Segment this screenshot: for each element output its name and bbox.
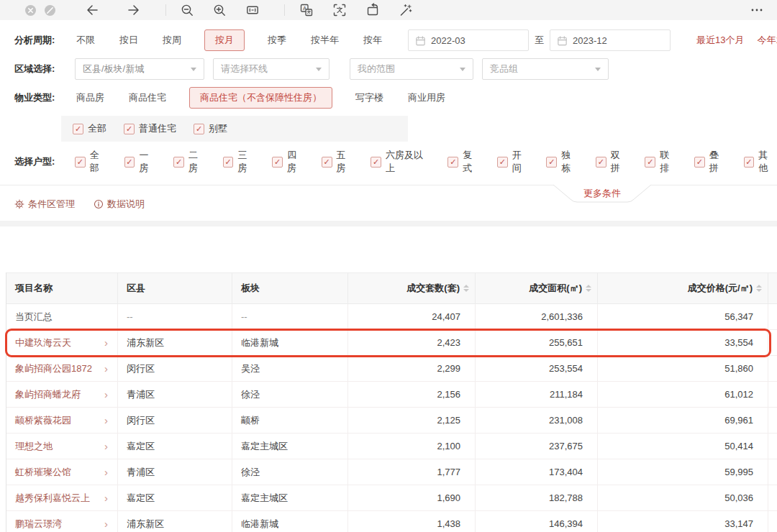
period-option[interactable]: 按周 [161,30,183,50]
zoom-out-icon[interactable] [181,4,194,17]
period-option[interactable]: 按半年 [309,30,340,50]
chevron-right-icon[interactable]: › [104,492,108,503]
chevron-right-icon[interactable]: › [104,415,108,426]
condition-manage-link[interactable]: 条件区管理 [14,198,75,211]
checkbox-label: 普通住宅 [139,122,176,135]
checkbox-item[interactable]: ✓叠拼 [694,149,728,175]
table-row[interactable]: 鹏瑞云璟湾›浦东新区临港新城1,438146,39433,147 [6,511,777,532]
price-cell: 56,347 [598,304,768,329]
results-table: 项目名称区县板块成交套数(套)成交面积(㎡)成交价格(元/㎡) 当页汇总----… [6,272,777,532]
project-name-link[interactable]: 颛桥紫薇花园 [15,414,71,427]
select-translate-icon[interactable] [332,3,347,17]
property-option-selected[interactable]: 商品住宅（不含保障性住房） [189,87,332,109]
district-value: 浦东新区 [127,336,164,349]
table-row[interactable]: 中建玖海云天›浦东新区临港新城2,423255,65133,554 [6,330,777,356]
property-option[interactable]: 商品房 [75,88,106,108]
checkbox-item[interactable]: ✓全部 [75,149,109,175]
sort-desc-icon [756,289,762,292]
checkbox-item[interactable]: ✓三房 [223,149,257,175]
dropdown-placeholder: 请选择环线 [221,63,268,75]
rotate-icon[interactable] [365,3,380,17]
period-option[interactable]: 按季 [266,30,288,50]
project-name-link[interactable]: 鹏瑞云璟湾 [15,518,62,531]
chevron-right-icon[interactable]: › [104,337,108,348]
region-dropdown[interactable]: 竞品组 [482,58,609,80]
checkbox-item[interactable]: ✓其他 [744,149,777,175]
table-row[interactable]: 当页汇总----24,4072,601,33656,347 [6,304,777,330]
checkbox-checked-icon: ✓ [694,157,705,168]
table-row[interactable]: 象屿招商公园1872›闵行区吴泾2,299253,55451,860 [6,356,777,382]
chevron-right-icon[interactable]: › [104,441,108,451]
checkbox-checked-icon: ✓ [497,157,508,168]
more-conditions-tab[interactable]: 更多条件 [553,185,652,203]
quick-link[interactable]: 最近13个月 [696,34,744,47]
checkbox-item[interactable]: ✓别墅 [194,122,227,135]
checkbox-item[interactable]: ✓一房 [124,149,158,175]
checkbox-item[interactable]: ✓开间 [497,149,531,175]
property-option[interactable]: 商业用房 [406,88,447,108]
table-row[interactable]: 象屿招商蟠龙府›青浦区徐泾2,156211,18461,012 [6,382,777,408]
checkbox-item[interactable]: ✓二房 [173,149,207,175]
chevron-right-icon[interactable]: › [104,389,108,400]
row-spacer [768,434,777,459]
property-option[interactable]: 写字楼 [354,88,385,108]
date-to-input[interactable]: 2023-12 [550,29,671,51]
checkbox-item[interactable]: ✓联排 [645,149,678,175]
chevron-right-icon[interactable]: › [104,518,108,529]
checkbox-item[interactable]: ✓复式 [447,149,481,175]
checkbox-item[interactable]: ✓普通住宅 [124,122,176,135]
area-cell: 吴泾 [232,356,348,381]
column-header-gfa[interactable]: 成交面积(㎡) [476,273,598,303]
project-name-cell: 象屿招商蟠龙府› [6,382,118,407]
project-name-link[interactable]: 象屿招商蟠龙府 [15,388,81,401]
project-name-link[interactable]: 理想之地 [15,440,53,453]
region-dropdown[interactable]: 请选择环线 [213,58,330,80]
project-name-link[interactable]: 越秀保利嘉悦云上 [15,492,90,505]
sort-icons[interactable] [463,285,469,292]
region-dropdown[interactable]: 区县/板块/新城 [75,58,204,80]
period-option[interactable]: 不限 [75,30,96,50]
data-note-link[interactable]: 数据说明 [94,198,145,211]
table-row[interactable]: 虹桥璀璨公馆›青浦区徐泾1,777173,40459,995 [6,459,777,485]
back-arrow-icon[interactable] [85,3,99,17]
region-dropdown[interactable]: 我的范围 [350,58,473,80]
column-header-price[interactable]: 成交价格(元/㎡) [598,273,768,303]
project-name-link[interactable]: 虹桥璀璨公馆 [15,466,71,479]
quick-link[interactable]: 今年1月~本月 [757,34,777,47]
toolbar-divider [284,4,285,16]
checkbox-label: 二房 [188,149,207,175]
property-option[interactable]: 商品住宅 [127,88,168,108]
chevron-right-icon[interactable]: › [104,363,108,374]
translate-icon[interactable]: A [299,3,314,17]
checkbox-item[interactable]: ✓六房及以上 [371,149,432,175]
project-name-link[interactable]: 象屿招商公园1872 [15,362,92,375]
period-option-selected[interactable]: 按月 [204,29,245,51]
close-circle-icon[interactable] [24,4,37,17]
browser-toolbar: A [0,0,777,20]
sort-icons[interactable] [586,285,591,292]
aspect-ratio-icon[interactable] [245,3,260,17]
project-name-link[interactable]: 中建玖海云天 [15,336,71,349]
magic-wand-icon[interactable] [399,3,413,17]
more-icon[interactable] [750,3,764,17]
period-option[interactable]: 按年 [362,30,383,50]
table-row[interactable]: 越秀保利嘉悦云上›嘉定区嘉定主城区1,690182,78850,036 [6,485,777,511]
sort-icons[interactable] [756,285,762,292]
table-row[interactable]: 颛桥紫薇花园›闵行区颛桥2,125231,00869,961 [6,408,777,434]
table-row[interactable]: 理想之地›嘉定区嘉定主城区2,100237,67550,414 [6,434,777,459]
checkbox-item[interactable]: ✓五房 [322,149,355,175]
block-circle-icon[interactable] [44,4,56,17]
column-header-units[interactable]: 成交套数(套) [348,273,476,303]
checkbox-item[interactable]: ✓四房 [272,149,306,175]
links-row: 条件区管理 数据说明 更多条件 [0,185,777,221]
checkbox-label: 六房及以上 [386,149,432,175]
forward-arrow-icon[interactable] [127,3,141,17]
date-from-input[interactable]: 2022-03 [408,29,529,51]
zoom-in-icon[interactable] [213,4,227,17]
chevron-right-icon[interactable]: › [104,467,108,477]
district-value: -- [127,311,133,322]
checkbox-item[interactable]: ✓独栋 [546,149,580,175]
checkbox-item[interactable]: ✓全部 [73,122,106,135]
checkbox-item[interactable]: ✓双拼 [596,149,630,175]
period-option[interactable]: 按日 [118,30,140,50]
